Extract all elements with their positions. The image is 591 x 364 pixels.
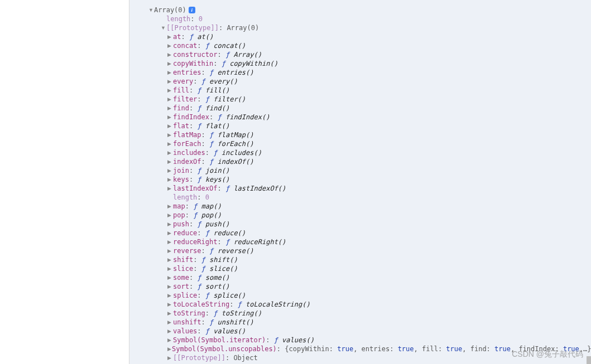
collapse-arrow-icon[interactable] bbox=[167, 282, 172, 291]
collapse-arrow-icon[interactable] bbox=[167, 122, 172, 130]
collapse-arrow-icon[interactable] bbox=[167, 166, 172, 175]
function-name: every() bbox=[209, 77, 238, 86]
collapse-arrow-icon[interactable] bbox=[167, 184, 172, 193]
method-key: splice bbox=[173, 291, 197, 300]
method-row-includes[interactable]: includes: ƒ includes() bbox=[133, 148, 588, 157]
console-panel: Array(0) i length : 0 [[Prototype]] : Ar… bbox=[129, 0, 591, 364]
collapse-arrow-icon[interactable] bbox=[167, 318, 172, 327]
collapse-arrow-icon[interactable] bbox=[167, 336, 172, 344]
collapse-arrow-icon[interactable] bbox=[167, 255, 172, 264]
collapse-arrow-icon[interactable] bbox=[167, 220, 172, 229]
method-row-splice[interactable]: splice: ƒ splice() bbox=[133, 291, 588, 300]
collapse-arrow-icon[interactable] bbox=[167, 246, 172, 255]
method-row-at[interactable]: at: ƒ at() bbox=[133, 32, 588, 41]
function-f-icon: ƒ bbox=[197, 122, 205, 130]
method-row-shift[interactable]: shift: ƒ shift() bbox=[133, 255, 588, 264]
function-f-icon: ƒ bbox=[209, 318, 217, 327]
collapse-arrow-icon[interactable] bbox=[167, 273, 172, 282]
collapse-arrow-icon[interactable] bbox=[167, 32, 172, 41]
scrollbar-vertical[interactable] bbox=[587, 356, 591, 364]
collapse-arrow-icon[interactable] bbox=[167, 309, 172, 318]
method-row-reduceRight[interactable]: reduceRight: ƒ reduceRight() bbox=[133, 237, 588, 246]
function-name: at() bbox=[197, 32, 213, 41]
collapse-arrow-icon[interactable] bbox=[167, 237, 172, 246]
function-f-icon: ƒ bbox=[209, 139, 217, 148]
method-row-concat[interactable]: concat: ƒ concat() bbox=[133, 41, 588, 50]
method-row-pop[interactable]: pop: ƒ pop() bbox=[133, 211, 588, 220]
colon: : bbox=[190, 14, 198, 23]
function-f-icon: ƒ bbox=[209, 68, 217, 77]
function-f-icon: ƒ bbox=[201, 77, 209, 86]
method-row-fill[interactable]: fill: ƒ fill() bbox=[133, 86, 588, 95]
collapse-arrow-icon[interactable] bbox=[167, 229, 172, 237]
expand-arrow-icon[interactable] bbox=[161, 23, 166, 32]
collapse-arrow-icon[interactable] bbox=[167, 264, 172, 273]
method-row-keys[interactable]: keys: ƒ keys() bbox=[133, 175, 588, 184]
collapse-arrow-icon[interactable] bbox=[167, 50, 172, 59]
collapse-arrow-icon[interactable] bbox=[167, 148, 172, 157]
method-row-symbol-iterator[interactable]: Symbol(Symbol.iterator) : ƒ values() bbox=[133, 336, 588, 344]
method-key: indexOf bbox=[173, 157, 201, 166]
collapse-arrow-icon[interactable] bbox=[167, 291, 172, 300]
method-row-toLocaleString[interactable]: toLocaleString: ƒ toLocaleString() bbox=[133, 300, 588, 309]
collapse-arrow-icon[interactable] bbox=[167, 86, 172, 95]
function-name: filter() bbox=[213, 95, 246, 104]
function-name: some() bbox=[205, 273, 229, 282]
collapse-arrow-icon[interactable] bbox=[167, 202, 172, 211]
collapse-arrow-icon[interactable] bbox=[167, 130, 172, 139]
collapse-arrow-icon[interactable] bbox=[167, 139, 172, 148]
collapse-arrow-icon[interactable] bbox=[167, 344, 171, 353]
method-row-map[interactable]: map: ƒ map() bbox=[133, 202, 588, 211]
method-row-symbol-unscopables[interactable]: Symbol(Symbol.unscopables) : {copyWithin… bbox=[133, 344, 588, 353]
prototype-row[interactable]: [[Prototype]] : Array(0) bbox=[133, 23, 588, 32]
collapse-arrow-icon[interactable] bbox=[167, 175, 172, 184]
method-row-constructor[interactable]: constructor: ƒ Array() bbox=[133, 50, 588, 59]
method-row-filter[interactable]: filter: ƒ filter() bbox=[133, 95, 588, 104]
method-row-toString[interactable]: toString: ƒ toString() bbox=[133, 309, 588, 318]
collapse-arrow-icon[interactable] bbox=[167, 68, 172, 77]
function-f-icon: ƒ bbox=[213, 309, 221, 318]
method-row-sort[interactable]: sort: ƒ sort() bbox=[133, 282, 588, 291]
function-name: lastIndexOf() bbox=[233, 184, 286, 193]
method-key: pop bbox=[173, 211, 185, 220]
method-row-unshift[interactable]: unshift: ƒ unshift() bbox=[133, 318, 588, 327]
method-row-join[interactable]: join: ƒ join() bbox=[133, 166, 588, 175]
method-row-indexOf[interactable]: indexOf: ƒ indexOf() bbox=[133, 157, 588, 166]
collapse-arrow-icon[interactable] bbox=[167, 104, 172, 113]
method-row-flatMap[interactable]: flatMap: ƒ flatMap() bbox=[133, 130, 588, 139]
tree-root-row[interactable]: Array(0) i bbox=[133, 6, 588, 14]
collapse-arrow-icon[interactable] bbox=[167, 300, 172, 309]
function-f-icon: ƒ bbox=[205, 291, 213, 300]
method-key: lastIndexOf bbox=[173, 184, 217, 193]
method-row-find[interactable]: find: ƒ find() bbox=[133, 104, 588, 113]
collapse-arrow-icon[interactable] bbox=[167, 77, 172, 86]
method-row-slice[interactable]: slice: ƒ slice() bbox=[133, 264, 588, 273]
collapse-arrow-icon[interactable] bbox=[167, 211, 172, 220]
method-row-findIndex[interactable]: findIndex: ƒ findIndex() bbox=[133, 113, 588, 122]
method-row-reduce[interactable]: reduce: ƒ reduce() bbox=[133, 229, 588, 237]
method-row-forEach[interactable]: forEach: ƒ forEach() bbox=[133, 139, 588, 148]
method-row-some[interactable]: some: ƒ some() bbox=[133, 273, 588, 282]
function-f-icon: ƒ bbox=[189, 32, 197, 41]
method-row-copyWithin[interactable]: copyWithin: ƒ copyWithin() bbox=[133, 59, 588, 68]
collapse-arrow-icon[interactable] bbox=[167, 353, 172, 362]
prototype-row-object[interactable]: [[Prototype]] : Object bbox=[133, 353, 588, 362]
collapse-arrow-icon[interactable] bbox=[167, 59, 172, 68]
collapse-arrow-icon[interactable] bbox=[167, 113, 172, 122]
method-row-every[interactable]: every: ƒ every() bbox=[133, 77, 588, 86]
method-row-entries[interactable]: entries: ƒ entries() bbox=[133, 68, 588, 77]
method-key: some bbox=[173, 273, 189, 282]
method-row-values[interactable]: values: ƒ values() bbox=[133, 327, 588, 336]
method-row-reverse[interactable]: reverse: ƒ reverse() bbox=[133, 246, 588, 255]
collapse-arrow-icon[interactable] bbox=[167, 157, 172, 166]
collapse-arrow-icon[interactable] bbox=[167, 95, 172, 104]
info-icon[interactable]: i bbox=[189, 7, 195, 13]
method-row-flat[interactable]: flat: ƒ flat() bbox=[133, 122, 588, 130]
property-row-length-inner[interactable]: length : 0 bbox=[133, 193, 588, 202]
property-row-length[interactable]: length : 0 bbox=[133, 14, 588, 23]
expand-arrow-icon[interactable] bbox=[148, 6, 153, 14]
method-row-push[interactable]: push: ƒ push() bbox=[133, 220, 588, 229]
collapse-arrow-icon[interactable] bbox=[167, 41, 172, 50]
method-row-lastIndexOf[interactable]: lastIndexOf: ƒ lastIndexOf() bbox=[133, 184, 588, 193]
collapse-arrow-icon[interactable] bbox=[167, 327, 172, 336]
